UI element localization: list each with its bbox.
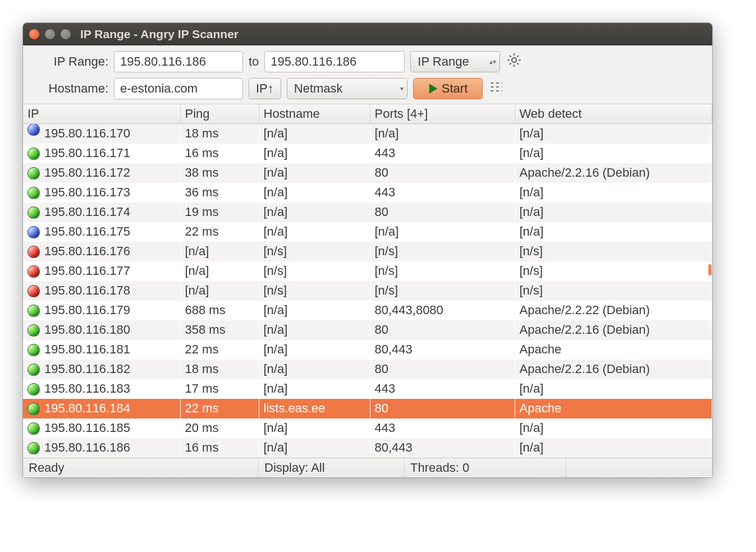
cell-ports: 80 <box>370 320 515 340</box>
cell-hostname: [n/a] <box>259 183 370 203</box>
ip-up-button[interactable]: IP↑ <box>249 78 281 99</box>
cell-ip: 195.80.116.184 <box>44 401 130 415</box>
col-hostname[interactable]: Hostname <box>259 104 370 124</box>
table-header-row[interactable]: IP Ping Hostname Ports [4+] Web detect <box>23 104 712 124</box>
cell-ports: [n/a] <box>370 124 515 144</box>
play-icon <box>428 84 438 94</box>
table-row[interactable]: 195.80.116.18520 ms[n/a]443[n/a] <box>23 418 712 438</box>
cell-web: [n/a] <box>515 203 712 222</box>
cell-ports: 80 <box>370 360 515 379</box>
table-row[interactable]: 195.80.116.18422 mslists.eas.ee80Apache <box>23 399 712 418</box>
table-row[interactable]: 195.80.116.177[n/a][n/s][n/s][n/s] <box>23 261 712 281</box>
cell-ports: 80,443 <box>370 340 515 360</box>
table-row[interactable]: 195.80.116.18317 ms[n/a]443[n/a] <box>23 379 712 399</box>
status-red-icon <box>28 265 40 278</box>
cell-web: [n/a] <box>515 124 712 144</box>
cell-hostname: [n/a] <box>259 222 370 242</box>
table-row[interactable]: 195.80.116.180358 ms[n/a]80Apache/2.2.16… <box>23 320 712 340</box>
feeder-select[interactable]: IP Range ▴▾ <box>410 51 500 72</box>
table-row[interactable]: 195.80.116.18218 ms[n/a]80Apache/2.2.16 … <box>23 360 712 379</box>
cell-ip: 195.80.116.186 <box>44 440 130 454</box>
status-threads: Threads: 0 <box>405 458 566 477</box>
cell-ping: [n/a] <box>180 261 259 281</box>
status-green-icon <box>28 422 40 435</box>
svg-point-0 <box>512 58 516 62</box>
col-web[interactable]: Web detect <box>515 104 712 124</box>
cell-ping: 16 ms <box>180 438 259 458</box>
col-ip[interactable]: IP <box>23 104 180 124</box>
start-button[interactable]: Start <box>413 78 483 99</box>
cell-hostname: [n/a] <box>259 418 370 438</box>
status-green-icon <box>28 364 40 376</box>
cell-hostname: [n/a] <box>259 203 370 222</box>
titlebar[interactable]: IP Range - Angry IP Scanner <box>23 23 712 45</box>
cell-ping: 22 ms <box>180 222 259 242</box>
hostname-label: Hostname: <box>30 81 108 96</box>
status-green-icon <box>28 206 40 219</box>
cell-ping: 16 ms <box>180 144 259 163</box>
cell-ip: 195.80.116.185 <box>44 421 130 435</box>
cell-ping: 19 ms <box>180 203 259 222</box>
cell-ip: 195.80.116.183 <box>44 381 130 395</box>
col-ping[interactable]: Ping <box>180 104 259 124</box>
cell-hostname: [n/a] <box>259 438 370 458</box>
status-display: Display: All <box>259 458 405 477</box>
cell-ip: 195.80.116.181 <box>44 342 130 356</box>
chevron-down-icon: ▾ <box>400 85 404 93</box>
status-green-icon <box>28 344 40 356</box>
cell-ping: 18 ms <box>180 124 259 144</box>
cell-web: [n/s] <box>515 281 712 301</box>
cell-web: Apache/2.2.16 (Debian) <box>515 163 712 183</box>
status-green-icon <box>28 305 40 317</box>
netmask-select[interactable]: Netmask ▾ <box>287 78 407 99</box>
table-row[interactable]: 195.80.116.18616 ms[n/a]80,443[n/a] <box>23 438 712 458</box>
close-icon[interactable] <box>29 29 40 40</box>
cell-ports: 443 <box>370 418 515 438</box>
ip-from-input[interactable] <box>114 51 243 72</box>
maximize-icon[interactable] <box>60 29 71 40</box>
feeder-select-label: IP Range <box>418 54 469 69</box>
cell-ports: 80 <box>370 163 515 183</box>
ip-to-input[interactable] <box>264 51 405 72</box>
cell-ports: 80,443 <box>370 438 515 458</box>
status-ready: Ready <box>23 458 259 477</box>
table-row[interactable]: 195.80.116.17522 ms[n/a][n/a][n/a] <box>23 222 712 242</box>
cell-hostname: [n/a] <box>259 320 370 340</box>
cell-ports: [n/a] <box>370 222 515 242</box>
table-row[interactable]: 195.80.116.17336 ms[n/a]443[n/a] <box>23 183 712 203</box>
gear-icon[interactable] <box>506 52 523 72</box>
app-window: IP Range - Angry IP Scanner IP Range: to… <box>22 22 713 478</box>
fetchers-icon[interactable] <box>488 79 504 98</box>
table-row[interactable]: 195.80.116.17018 ms[n/a][n/a][n/a] <box>23 124 712 144</box>
cell-ports: 80,443,8080 <box>370 301 515 320</box>
table-row[interactable]: 195.80.116.17419 ms[n/a]80[n/a] <box>23 203 712 222</box>
table-row[interactable]: 195.80.116.17238 ms[n/a]80Apache/2.2.16 … <box>23 163 712 183</box>
cell-ping: 20 ms <box>180 418 259 438</box>
cell-ping: 22 ms <box>180 340 259 360</box>
cell-ports: [n/s] <box>370 242 515 261</box>
cell-ports: 80 <box>370 203 515 222</box>
status-empty <box>566 458 712 477</box>
cell-ip: 195.80.116.171 <box>44 146 130 160</box>
table-row[interactable]: 195.80.116.179688 ms[n/a]80,443,8080Apac… <box>23 301 712 320</box>
cell-ping: 38 ms <box>180 163 259 183</box>
cell-ping: 18 ms <box>180 360 259 379</box>
to-label: to <box>249 54 259 69</box>
status-green-icon <box>28 442 40 454</box>
cell-web: [n/a] <box>515 144 712 163</box>
cell-ports: [n/s] <box>370 261 515 281</box>
table-row[interactable]: 195.80.116.176[n/a][n/s][n/s][n/s] <box>23 242 712 261</box>
scrollbar-thumb[interactable] <box>708 264 712 275</box>
status-green-icon <box>28 167 40 180</box>
minimize-icon[interactable] <box>44 29 56 40</box>
hostname-input[interactable] <box>114 78 243 99</box>
cell-web: [n/s] <box>515 261 712 281</box>
table-row[interactable]: 195.80.116.17116 ms[n/a]443[n/a] <box>23 144 712 163</box>
col-ports[interactable]: Ports [4+] <box>370 104 515 124</box>
table-row[interactable]: 195.80.116.18122 ms[n/a]80,443Apache <box>23 340 712 360</box>
cell-ports: 80 <box>370 399 515 418</box>
status-green-icon <box>28 148 40 160</box>
table-row[interactable]: 195.80.116.178[n/a][n/s][n/s][n/s] <box>23 281 712 301</box>
cell-ip: 195.80.116.176 <box>44 244 130 258</box>
cell-web: Apache/2.2.16 (Debian) <box>515 320 712 340</box>
